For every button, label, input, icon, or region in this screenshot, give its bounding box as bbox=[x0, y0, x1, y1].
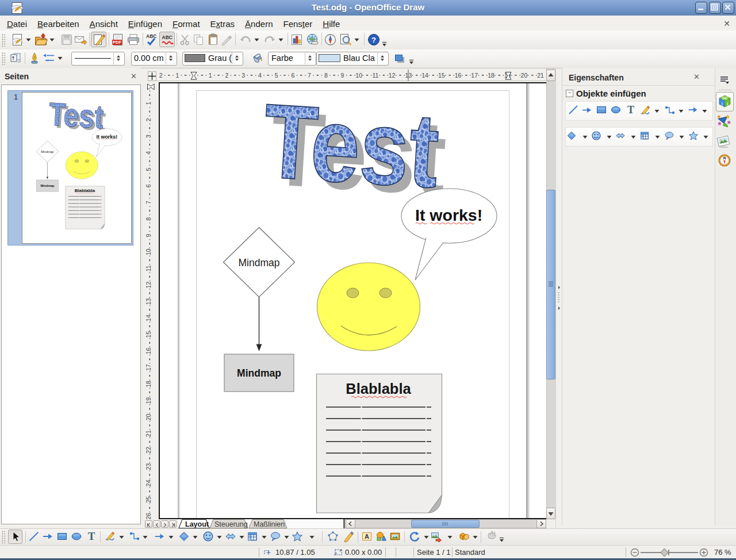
svg-text:20: 20 bbox=[521, 72, 528, 79]
svg-text:11: 11 bbox=[146, 265, 152, 271]
svg-text:It works!: It works! bbox=[415, 206, 482, 224]
svg-text:3: 3 bbox=[146, 135, 152, 138]
svg-text:A: A bbox=[365, 533, 369, 540]
svg-text:18: 18 bbox=[146, 381, 152, 388]
svg-text:21: 21 bbox=[537, 72, 544, 79]
svg-text:12: 12 bbox=[146, 282, 152, 289]
svg-text:16: 16 bbox=[455, 72, 462, 79]
svg-text:6: 6 bbox=[146, 184, 152, 187]
svg-text:23: 23 bbox=[146, 463, 152, 470]
svg-text:?: ? bbox=[371, 36, 376, 44]
svg-text:Blablabla: Blablabla bbox=[346, 381, 411, 397]
svg-text:Steuerung: Steuerung bbox=[214, 520, 248, 528]
svg-text:14: 14 bbox=[146, 314, 152, 321]
svg-text:20: 20 bbox=[146, 413, 152, 420]
svg-text:24: 24 bbox=[146, 480, 152, 486]
svg-text:Mindmap: Mindmap bbox=[237, 367, 281, 379]
svg-text:N: N bbox=[723, 156, 726, 160]
svg-text:5: 5 bbox=[146, 168, 152, 171]
svg-text:26: 26 bbox=[146, 513, 152, 519]
svg-text:Test: Test bbox=[260, 83, 442, 210]
svg-text:5: 5 bbox=[275, 72, 278, 79]
svg-text:9: 9 bbox=[146, 233, 152, 237]
svg-text:Mindmap: Mindmap bbox=[239, 257, 280, 269]
svg-text:1: 1 bbox=[146, 102, 152, 105]
svg-text:ABC: ABC bbox=[162, 34, 172, 40]
svg-text:2: 2 bbox=[146, 118, 152, 121]
svg-text:15: 15 bbox=[146, 331, 152, 338]
svg-text:14: 14 bbox=[421, 72, 428, 79]
svg-text:10: 10 bbox=[355, 72, 362, 79]
svg-text:13: 13 bbox=[146, 298, 152, 305]
svg-text:2: 2 bbox=[159, 72, 163, 79]
svg-text:16: 16 bbox=[146, 348, 152, 355]
svg-text:7: 7 bbox=[146, 201, 152, 204]
svg-text:4: 4 bbox=[258, 72, 262, 79]
svg-text:ABC: ABC bbox=[146, 33, 156, 39]
svg-text:8: 8 bbox=[324, 72, 328, 79]
svg-text:Layout: Layout bbox=[185, 520, 209, 528]
svg-text:1: 1 bbox=[209, 72, 212, 79]
svg-text:11: 11 bbox=[372, 72, 378, 79]
svg-text:7: 7 bbox=[308, 72, 311, 79]
svg-text:17: 17 bbox=[471, 72, 478, 79]
svg-text:4: 4 bbox=[146, 151, 152, 155]
svg-text:12: 12 bbox=[389, 72, 396, 79]
svg-text:2: 2 bbox=[225, 72, 228, 79]
svg-text:1: 1 bbox=[175, 72, 179, 79]
svg-text:3: 3 bbox=[241, 72, 245, 79]
svg-text:PDF: PDF bbox=[113, 40, 121, 45]
svg-text:22: 22 bbox=[146, 447, 152, 454]
svg-text:9: 9 bbox=[341, 72, 344, 79]
svg-text:Maßlinien: Maßlinien bbox=[254, 520, 285, 528]
svg-text:6: 6 bbox=[291, 72, 294, 79]
svg-text:25: 25 bbox=[146, 496, 152, 503]
svg-text:10: 10 bbox=[146, 248, 152, 255]
svg-text:8: 8 bbox=[146, 217, 152, 221]
svg-text:19: 19 bbox=[146, 397, 152, 404]
svg-text:18: 18 bbox=[488, 72, 494, 79]
svg-text:21: 21 bbox=[146, 430, 152, 437]
svg-text:17: 17 bbox=[146, 364, 152, 371]
svg-text:15: 15 bbox=[438, 72, 445, 79]
